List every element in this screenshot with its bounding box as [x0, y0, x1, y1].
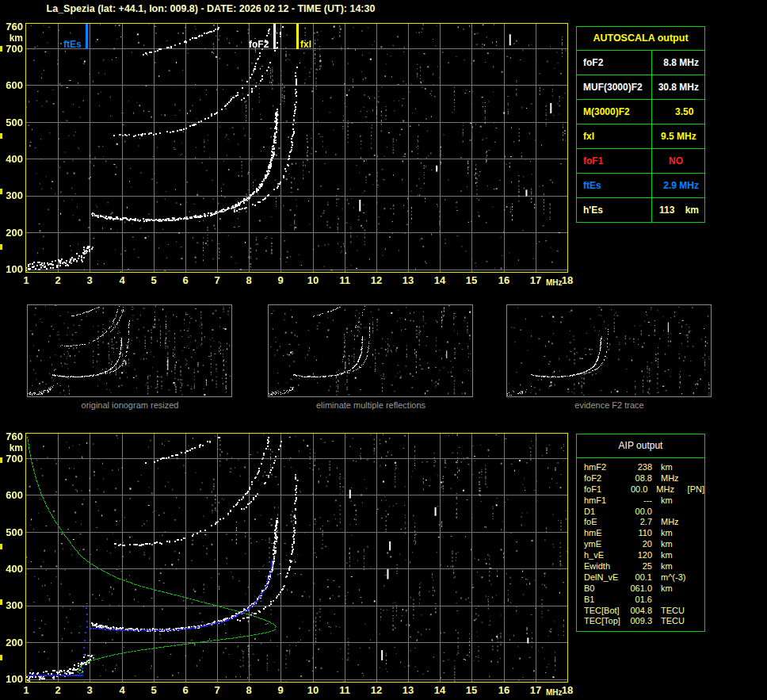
y-tick-label: 400 — [0, 153, 23, 165]
y-tick-label: 500 — [0, 117, 23, 128]
aip-row-value: 061.0 — [625, 583, 652, 595]
x-tick-label: 5 — [143, 274, 164, 286]
bottom-ionogram-canvas — [26, 434, 567, 682]
autoscala-row: foF28.8 MHz — [577, 51, 704, 75]
aip-row-label: foE — [584, 517, 625, 528]
aip-row-unit — [661, 595, 694, 606]
x-tick-label: 2 — [48, 274, 68, 286]
x-tick-label: 6 — [175, 684, 196, 696]
aip-row-label: h_vE — [584, 550, 625, 561]
autoscala-row-label: fxI — [577, 124, 652, 148]
aip-row-label: TEC[Top] — [584, 616, 625, 627]
x-tick-label: 7 — [207, 684, 227, 696]
aip-row-label: hmE — [584, 528, 625, 539]
aip-row: hmF2238km — [584, 462, 704, 473]
x-tick-label: 9 — [270, 684, 291, 696]
autoscala-row-label: foF2 — [577, 51, 652, 75]
aip-row-value: 08.8 — [625, 473, 652, 484]
autoscala-row: h'Es113 km — [577, 198, 704, 222]
thumb-original-caption: original ionogram resized — [28, 400, 232, 410]
aip-row-label: hmF2 — [584, 462, 625, 473]
autoscala-row: fxI9.5 MHz — [577, 124, 704, 149]
aip-row: TEC[Top]009.3TECU — [584, 616, 704, 627]
left-edge-tick — [0, 457, 2, 463]
aip-row-unit: TECU — [661, 606, 694, 617]
y-tick-label: 200 — [0, 637, 23, 648]
aip-row-unit: km — [661, 539, 694, 550]
aip-row-unit: MHz — [661, 517, 694, 528]
autoscala-row: ftEs2.9 MHz — [577, 174, 704, 198]
autoscala-row-label: M(3000)F2 — [577, 100, 652, 124]
aip-row-unit: MHz — [656, 484, 687, 495]
autoscala-row-label: MUF(3000)F2 — [577, 75, 652, 99]
thumb-canvas-3 — [507, 305, 710, 396]
autoscala-row-label: foF1 — [577, 149, 652, 173]
y-axis-unit: km — [0, 442, 23, 453]
x-axis-unit: MHz — [546, 688, 563, 697]
y-tick-label: 400 — [0, 563, 23, 575]
autoscala-row-label: ftEs — [577, 174, 652, 197]
aip-row-value: --- — [625, 495, 652, 507]
aip-row: ymE20km — [584, 539, 704, 550]
left-edge-tick — [0, 544, 2, 549]
left-edge-tick — [0, 46, 2, 52]
left-edge-tick — [0, 244, 2, 250]
autoscala-row-value: 8.8 MHz — [652, 51, 704, 75]
aip-row-value: 004.8 — [625, 606, 652, 617]
autoscala-program-window: La_Spezia (lat: +44.1, lon: 009.8) - DAT… — [0, 0, 767, 700]
x-axis-unit: MHz — [546, 278, 563, 287]
aip-row-label: DelN_vE — [584, 572, 625, 583]
autoscala-row-value: 9.5 MHz — [652, 124, 704, 148]
aip-row: hmF1---km — [584, 495, 704, 507]
y-tick-label: 760 — [0, 430, 23, 442]
x-tick-label: 6 — [175, 274, 196, 286]
autoscala-row-value: 2.9 MHz — [652, 174, 704, 197]
y-tick-label: 600 — [0, 489, 23, 501]
x-tick-label: 5 — [143, 684, 164, 696]
aip-row-unit: km — [661, 561, 694, 572]
autoscala-rows: foF28.8 MHzMUF(3000)F230.8 MHzM(3000)F23… — [577, 51, 704, 222]
aip-row-value: 110 — [625, 528, 652, 539]
autoscala-row-label: h'Es — [577, 198, 652, 222]
aip-row-value: 120 — [625, 550, 652, 561]
aip-row-value: 01.6 — [625, 595, 652, 606]
aip-row-unit: MHz — [661, 473, 694, 484]
x-tick-label: 12 — [366, 684, 387, 696]
y-tick-label: 100 — [0, 673, 23, 685]
x-tick-label: 15 — [461, 684, 482, 696]
aip-row-label: D1 — [584, 507, 625, 518]
x-tick-label: 7 — [207, 274, 227, 286]
aip-row-value: 00.0 — [623, 484, 648, 495]
x-tick-label: 17 — [525, 274, 546, 286]
aip-row-unit: TECU — [661, 616, 694, 627]
x-tick-label: 14 — [429, 684, 450, 696]
aip-row-unit: km — [661, 583, 694, 595]
x-tick-label: 8 — [238, 274, 259, 286]
aip-rows: hmF2238kmfoF208.8MHzfoF100.0MHz[PN]hmF1-… — [577, 458, 704, 631]
y-tick-label: 100 — [0, 263, 23, 275]
y-axis-unit: km — [0, 33, 23, 44]
aip-row-value: 25 — [625, 561, 652, 572]
aip-row-unit — [661, 507, 694, 518]
aip-row: h_vE120km — [584, 550, 704, 561]
x-tick-label: 15 — [461, 274, 482, 286]
thumb-canvas-2 — [269, 305, 471, 396]
station-title: La_Spezia (lat: +44.1, lon: 009.8) - DAT… — [0, 3, 422, 14]
aip-row: D100.0 — [584, 507, 704, 518]
thumb-eliminate-caption: eliminate multiple reflections — [269, 400, 473, 410]
left-edge-tick — [0, 189, 2, 194]
x-tick-label: 1 — [16, 274, 36, 286]
aip-row-unit: km — [661, 462, 694, 473]
x-tick-label: 16 — [494, 684, 514, 696]
x-tick-label: 11 — [334, 274, 355, 286]
x-tick-label: 16 — [494, 274, 514, 286]
x-tick-label: 10 — [303, 684, 323, 696]
x-tick-label: 11 — [334, 684, 355, 696]
autoscala-output-table: AUTOSCALA output foF28.8 MHzMUF(3000)F23… — [576, 26, 705, 223]
autoscala-row-value: 3.50 — [652, 100, 704, 124]
x-tick-label: 1 — [16, 684, 36, 696]
y-tick-label: 600 — [0, 79, 23, 91]
autoscala-row: foF1NO — [577, 149, 704, 174]
aip-row: hmE110km — [584, 528, 704, 539]
x-tick-label: 3 — [79, 274, 100, 286]
